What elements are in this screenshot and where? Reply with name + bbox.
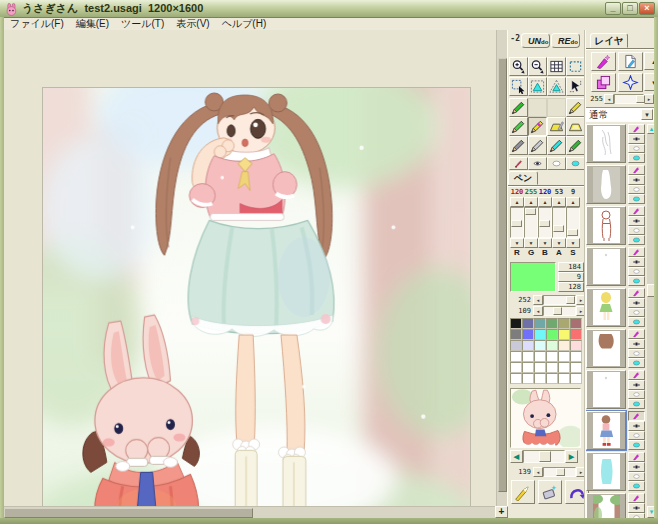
layer-pen-button[interactable] (628, 206, 645, 216)
layer-mask-cyan-button[interactable] (628, 317, 645, 327)
channel-up-button-R[interactable]: ▲ (510, 197, 524, 207)
canvas[interactable] (42, 87, 471, 524)
copy-layer-button[interactable] (618, 52, 643, 71)
layer-visibility-button[interactable] (628, 380, 645, 390)
layer-pen-button[interactable] (628, 288, 645, 298)
layer-mask-white-button[interactable] (628, 472, 645, 481)
channel-slider-R[interactable] (510, 207, 524, 238)
layer-pen-button[interactable] (628, 247, 645, 257)
eraser-tool[interactable] (538, 480, 562, 504)
channel-slider-A[interactable] (552, 207, 566, 238)
layer-mask-white-button[interactable] (628, 349, 645, 358)
preview-scroll-thumb[interactable] (539, 451, 551, 462)
layer-mask-cyan-button[interactable] (628, 276, 645, 286)
pen-gray-tool[interactable] (509, 136, 528, 155)
layer-mask-cyan-button[interactable] (628, 440, 645, 450)
palette-color-30[interactable] (510, 373, 522, 384)
fill-trapezoid-outline-tool[interactable] (566, 117, 585, 136)
channel-slider-thumb-B[interactable] (539, 220, 550, 227)
layer-thumbnail[interactable] (586, 165, 626, 204)
layer-thumbnail[interactable] (586, 124, 626, 163)
current-color-swatch[interactable] (510, 262, 556, 292)
pen-current-tool[interactable] (528, 117, 547, 136)
pen-grass-tool[interactable] (509, 117, 528, 136)
layer-pen-button[interactable] (628, 165, 645, 175)
palette-color-10[interactable] (558, 329, 570, 340)
menu-help[interactable]: ヘルプ(H) (216, 18, 273, 30)
slider-a-thumb[interactable] (566, 296, 575, 304)
zoom-preview[interactable] (510, 388, 581, 448)
channel-slider-S[interactable] (566, 207, 580, 238)
palette-color-18[interactable] (510, 351, 522, 362)
layer-pen-button[interactable] (628, 452, 645, 462)
minimize-button[interactable]: _ (605, 2, 621, 15)
fill-selection-tool[interactable] (528, 77, 547, 96)
layer-pen-button[interactable] (628, 370, 645, 380)
palette-color-33[interactable] (546, 373, 558, 384)
channel-up-button-A[interactable]: ▲ (552, 197, 566, 207)
menu-file[interactable]: ファイル(F) (4, 18, 70, 30)
visibility-tool[interactable] (528, 157, 547, 170)
canvas-vertical-scrollbar[interactable] (496, 30, 507, 506)
redo-button[interactable]: REdo (551, 33, 580, 48)
color-value-button-2[interactable]: 128 (558, 282, 584, 292)
layer-thumbnail[interactable] (586, 329, 626, 368)
palette-color-7[interactable] (522, 329, 534, 340)
palette-color-6[interactable] (510, 329, 522, 340)
slider-b-track[interactable] (543, 306, 576, 316)
pen-green-tool[interactable] (509, 98, 528, 117)
layer-pen-button[interactable] (628, 124, 645, 134)
preview-scrollbar[interactable] (523, 450, 565, 463)
palette-color-29[interactable] (570, 362, 582, 373)
layer-mask-cyan-button[interactable] (628, 481, 645, 491)
menu-tools[interactable]: ツール(T) (115, 18, 170, 30)
new-layer-button[interactable] (591, 52, 616, 71)
palette-color-32[interactable] (534, 373, 546, 384)
palette-color-35[interactable] (570, 373, 582, 384)
close-button[interactable]: × (639, 2, 655, 15)
layer-mask-cyan-button[interactable] (628, 194, 645, 204)
stamp-tool[interactable] (509, 157, 528, 170)
knife-tool[interactable] (511, 480, 535, 504)
palette-color-9[interactable] (546, 329, 558, 340)
palette-color-15[interactable] (546, 340, 558, 351)
layer-mask-cyan-button[interactable] (628, 358, 645, 368)
layer-mask-white-button[interactable] (628, 267, 645, 276)
preview-scroll-right-button[interactable]: ▶ (565, 450, 578, 463)
channel-slider-thumb-A[interactable] (553, 225, 564, 232)
layer-opacity-thumb[interactable] (636, 95, 645, 103)
undo-button[interactable]: UNdo (521, 33, 550, 48)
layer-visibility-button[interactable] (628, 298, 645, 308)
color-value-button-0[interactable]: 184 (558, 262, 584, 272)
palette-color-11[interactable] (570, 329, 582, 340)
channel-down-button-S[interactable]: ▼ (566, 238, 580, 248)
layer-thumbnail[interactable] (586, 452, 626, 491)
blend-mode-dropdown[interactable]: 通常 ▼ (585, 107, 655, 122)
palette-color-21[interactable] (546, 351, 558, 362)
palette-color-24[interactable] (510, 362, 522, 373)
triangle-selection-tool[interactable] (547, 77, 566, 96)
channel-slider-G[interactable] (524, 207, 538, 238)
layer-visibility-button[interactable] (628, 134, 645, 144)
palette-color-31[interactable] (522, 373, 534, 384)
layer-thumbnail[interactable] (586, 206, 626, 245)
slider-b-thumb[interactable] (553, 307, 562, 315)
palette-color-1[interactable] (522, 318, 534, 329)
layer-visibility-button[interactable] (628, 339, 645, 349)
preview-zoom-slider-track[interactable] (543, 467, 576, 477)
layer-opacity-decrement-button[interactable]: ◂ (604, 94, 614, 104)
preview-zoom-slider-decrement-button[interactable]: ◂ (533, 467, 543, 477)
pointer-selection-tool[interactable] (566, 77, 585, 96)
layer-mask-white-button[interactable] (628, 144, 645, 153)
channel-down-button-B[interactable]: ▼ (538, 238, 552, 248)
merge-layer-button[interactable] (591, 73, 616, 92)
slider-b-decrement-button[interactable]: ◂ (533, 306, 543, 316)
layer-visibility-button[interactable] (628, 257, 645, 267)
vertical-scroll-thumb[interactable] (498, 58, 507, 492)
layer-mask-white-button[interactable] (628, 431, 645, 440)
palette-color-2[interactable] (534, 318, 546, 329)
grid-view-tool[interactable] (547, 57, 566, 76)
palette-color-27[interactable] (546, 362, 558, 373)
menu-view[interactable]: 表示(V) (170, 18, 215, 30)
palette-color-19[interactable] (522, 351, 534, 362)
